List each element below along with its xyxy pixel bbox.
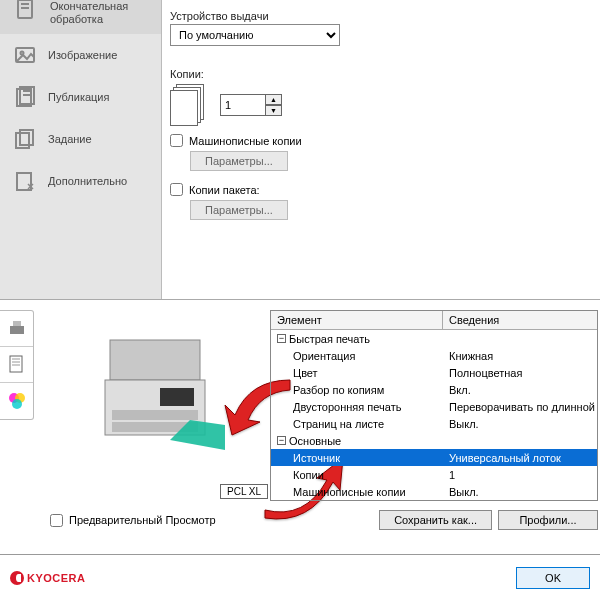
table-row[interactable]: ЦветПолноцветная: [271, 364, 597, 381]
tab-additional[interactable]: Дополнительно: [0, 160, 161, 202]
spin-down[interactable]: ▼: [266, 105, 282, 116]
tab-label: Дополнительно: [48, 175, 127, 187]
profiles-button[interactable]: Профили...: [498, 510, 598, 530]
svg-rect-34: [112, 410, 198, 420]
output-device-select[interactable]: По умолчанию: [170, 24, 340, 46]
preview-check[interactable]: [50, 514, 63, 527]
pages-icon: [170, 84, 206, 126]
tab-label: Задание: [48, 133, 92, 145]
copies-label: Копии:: [170, 68, 592, 80]
left-tabs: Окончательная обработка Изображение Публ…: [0, 0, 162, 299]
params-btn-1[interactable]: Параметры...: [190, 151, 288, 171]
svg-rect-31: [110, 340, 200, 380]
tab-label: Окончательная обработка: [50, 0, 128, 26]
batch-copies-label: Копии пакета:: [189, 184, 260, 196]
svg-rect-23: [13, 321, 21, 326]
col-info: Сведения: [443, 311, 505, 329]
publish-icon: [14, 86, 36, 108]
tab-image[interactable]: Изображение: [0, 34, 161, 76]
table-row[interactable]: Машинописные копииВыкл.: [271, 483, 597, 500]
table-row-selected[interactable]: ИсточникУниверсальный лоток: [271, 449, 597, 466]
task-icon: [14, 128, 36, 150]
property-table: Элемент Сведения −Быстрая печать Ориента…: [270, 310, 598, 501]
group-quick[interactable]: −Быстрая печать: [271, 330, 597, 347]
minitab-color[interactable]: [0, 383, 33, 419]
typed-copies-check[interactable]: [170, 134, 183, 147]
minitab-printer[interactable]: [0, 311, 33, 347]
tab-label: Изображение: [48, 49, 117, 61]
svg-point-30: [12, 399, 22, 409]
brand-logo: KYOCERA: [10, 571, 86, 585]
typed-copies-label: Машинописные копии: [189, 135, 302, 147]
group-basic[interactable]: −Основные: [271, 432, 597, 449]
additional-icon: [14, 170, 36, 192]
tab-publish[interactable]: Публикация: [0, 76, 161, 118]
copies-input[interactable]: [220, 94, 266, 116]
tab-finishing[interactable]: Окончательная обработка: [0, 0, 161, 34]
table-row[interactable]: ОриентацияКнижная: [271, 347, 597, 364]
ok-button[interactable]: OK: [516, 567, 590, 589]
side-mini-tabs: [0, 310, 34, 420]
output-device-label: Устройство выдачи: [170, 10, 592, 22]
copies-stepper[interactable]: ▲▼: [220, 94, 282, 116]
table-row[interactable]: Двусторонняя печатьПереворачивать по дли…: [271, 398, 597, 415]
svg-rect-33: [160, 388, 194, 406]
table-row[interactable]: Страниц на листеВыкл.: [271, 415, 597, 432]
table-row[interactable]: Разбор по копиямВкл.: [271, 381, 597, 398]
params-btn-2[interactable]: Параметры...: [190, 200, 288, 220]
image-icon: [14, 44, 36, 66]
svg-rect-24: [10, 356, 22, 372]
preview-check-label: Предварительный Просмотр: [69, 514, 216, 526]
svg-rect-22: [10, 326, 24, 334]
batch-copies-check[interactable]: [170, 183, 183, 196]
minitab-page[interactable]: [0, 347, 33, 383]
save-as-button[interactable]: Сохранить как...: [379, 510, 492, 530]
col-element: Элемент: [271, 311, 443, 329]
table-row[interactable]: Копии1: [271, 466, 597, 483]
tab-task[interactable]: Задание: [0, 118, 161, 160]
finishing-icon: [14, 0, 36, 20]
tab-label: Публикация: [48, 91, 109, 103]
pcl-badge: PCL XL: [220, 484, 268, 499]
spin-up[interactable]: ▲: [266, 94, 282, 105]
